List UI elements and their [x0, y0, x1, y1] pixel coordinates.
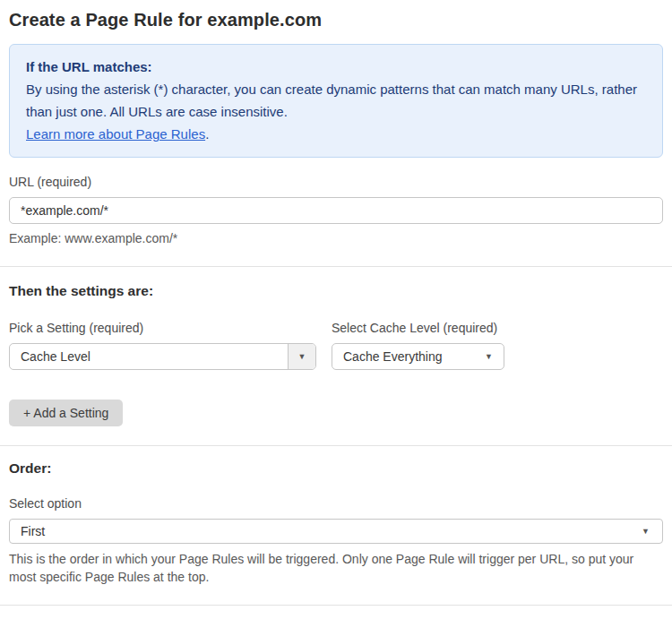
order-select[interactable]: First ▼ [9, 519, 663, 544]
order-select-label: Select option [9, 496, 663, 511]
setting-picker-column: Pick a Setting (required) Cache Level ▼ [9, 321, 316, 370]
setting-picker-dropdown[interactable]: Cache Level ▼ [9, 343, 316, 370]
order-select-value: First [21, 524, 45, 538]
setting-picker-label: Pick a Setting (required) [9, 321, 316, 335]
divider-url-settings [0, 266, 672, 267]
dropdown-arrow-icon: ▼ [298, 353, 306, 361]
link-period: . [205, 126, 209, 142]
url-example-helper: Example: www.example.com/* [9, 229, 663, 247]
divider-order-footer [0, 605, 672, 606]
cache-level-arrow: ▼ [485, 344, 504, 369]
setting-picker-arrow-button[interactable]: ▼ [288, 344, 315, 369]
learn-more-link[interactable]: Learn more about Page Rules [26, 126, 205, 142]
info-box-heading: If the URL matches: [26, 56, 646, 78]
dropdown-arrow-icon: ▼ [485, 353, 493, 361]
divider-settings-order [0, 445, 672, 446]
cache-level-label: Select Cache Level (required) [332, 321, 504, 335]
settings-section-heading: Then the settings are: [9, 283, 663, 299]
url-input[interactable] [9, 197, 663, 224]
url-field-label: URL (required) [9, 175, 663, 189]
cache-level-dropdown[interactable]: Cache Everything ▼ [332, 343, 504, 370]
cache-level-column: Select Cache Level (required) Cache Ever… [332, 321, 504, 370]
order-section-heading: Order: [9, 460, 663, 477]
info-box-body: By using the asterisk (*) character, you… [26, 78, 646, 123]
settings-row: Pick a Setting (required) Cache Level ▼ … [9, 321, 663, 370]
url-matches-info-box: If the URL matches: By using the asteris… [9, 44, 663, 158]
order-helper-text: This is the order in which your Page Rul… [9, 550, 654, 586]
info-box-link-line: Learn more about Page Rules. [26, 123, 646, 145]
page-title: Create a Page Rule for example.com [9, 7, 663, 32]
add-setting-button[interactable]: + Add a Setting [9, 400, 123, 426]
setting-picker-value: Cache Level [10, 344, 288, 369]
dropdown-arrow-icon: ▼ [642, 528, 650, 536]
cache-level-value: Cache Everything [332, 344, 485, 369]
